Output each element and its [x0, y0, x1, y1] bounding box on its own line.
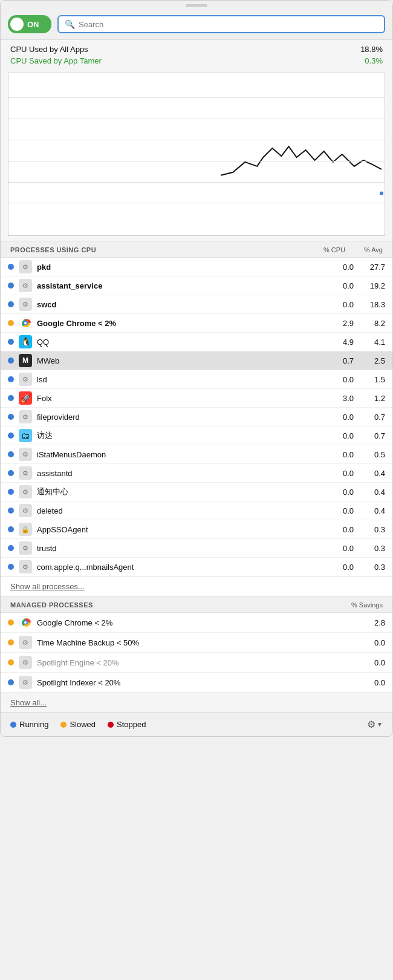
- cpu-value: 2.9: [327, 319, 354, 328]
- show-all-managed-link[interactable]: Show all...: [1, 693, 392, 712]
- cpu-value: 0.0: [327, 506, 354, 515]
- status-dot: [8, 283, 14, 289]
- process-name: deleted: [37, 506, 322, 515]
- app-icon: 🗂: [19, 429, 32, 442]
- cpu-value: 0.0: [327, 431, 354, 440]
- app-icon: ⚙: [19, 298, 32, 311]
- managed-name: Google Chrome < 2%: [37, 618, 354, 627]
- col-cpu-header: % CPU: [319, 246, 345, 253]
- cpu-value: 0.0: [327, 281, 354, 290]
- managed-name: Spotlight Indexer < 20%: [37, 678, 354, 687]
- savings-value: 0.0: [359, 658, 385, 667]
- process-name: QQ: [37, 338, 322, 347]
- app-icon: ⚙: [19, 410, 32, 423]
- status-dot: [8, 659, 14, 665]
- app-icon: 🐧: [19, 335, 32, 348]
- avg-value: 2.5: [359, 356, 385, 365]
- slowed-label: Slowed: [70, 720, 96, 729]
- managed-row[interactable]: ⚙ Time Machine Backup < 50% 0.0: [1, 633, 392, 653]
- cpu-used-value: 18.8%: [360, 45, 383, 54]
- process-name: 访达: [37, 430, 322, 441]
- managed-list: Google Chrome < 2% 2.8 ⚙ Time Machine Ba…: [1, 612, 392, 693]
- process-name: lsd: [37, 375, 322, 384]
- process-name: 通知中心: [37, 486, 322, 497]
- footer: Running Slowed Stopped ⚙ ▼: [1, 712, 392, 736]
- managed-col-savings: % Savings: [351, 601, 383, 609]
- managed-name: Time Machine Backup < 50%: [37, 638, 354, 647]
- managed-row[interactable]: Google Chrome < 2% 2.8: [1, 613, 392, 633]
- status-dot: [8, 508, 14, 514]
- process-row[interactable]: ⚙ iStatMenusDaemon 0.0 0.5: [1, 445, 392, 464]
- search-icon: 🔍: [65, 19, 75, 29]
- managed-name: Spotlight Engine < 20%: [37, 658, 354, 667]
- main-window: ON 🔍 CPU Used by All Apps 18.8% CPU Save…: [0, 0, 393, 737]
- cpu-value: 0.0: [327, 263, 354, 272]
- app-icon: 🚀: [19, 391, 32, 405]
- grid-line-6: [8, 203, 385, 203]
- cpu-used-label: CPU Used by All Apps: [10, 45, 88, 54]
- process-row[interactable]: ⚙ fileproviderd 0.0 0.7: [1, 408, 392, 426]
- process-row[interactable]: ⚙ deleted 0.0 0.4: [1, 501, 392, 520]
- cpu-value: 0.0: [327, 413, 354, 422]
- process-row[interactable]: ⚙ com.apple.q...mbnailsAgent 0.0 0.3: [1, 558, 392, 577]
- status-dot: [8, 433, 14, 439]
- avg-value: 19.2: [359, 281, 385, 290]
- app-icon: ⚙: [19, 485, 32, 498]
- avg-value: 4.1: [359, 338, 385, 347]
- managed-section: MANAGED PROCESSES % Savings Google Chrom…: [1, 596, 392, 712]
- process-row[interactable]: ⚙ assistant_service 0.0 19.2: [1, 276, 392, 295]
- process-row[interactable]: 🚀 Folx 3.0 1.2: [1, 389, 392, 408]
- avg-value: 27.7: [359, 263, 385, 272]
- gear-button[interactable]: ⚙ ▼: [367, 719, 383, 730]
- process-row[interactable]: ⚙ trustd 0.0 0.3: [1, 539, 392, 558]
- avg-value: 8.2: [359, 319, 385, 328]
- col-avg-header: % Avg: [356, 246, 383, 253]
- process-row[interactable]: M MWeb 0.7 2.5: [1, 351, 392, 370]
- svg-point-8: [24, 621, 27, 624]
- process-name: Google Chrome < 2%: [37, 319, 322, 328]
- avg-value: 1.2: [359, 394, 385, 403]
- app-icon: ⚙: [19, 541, 32, 555]
- process-name: iStatMenusDaemon: [37, 450, 322, 459]
- app-icon: ⚙: [19, 636, 32, 649]
- process-row[interactable]: ⚙ swcd 0.0 18.3: [1, 295, 392, 314]
- process-row[interactable]: 🐧 QQ 4.9 4.1: [1, 333, 392, 351]
- process-row[interactable]: Google Chrome < 2% 2.9 8.2: [1, 314, 392, 333]
- avg-value: 18.3: [359, 300, 385, 309]
- managed-title: MANAGED PROCESSES: [10, 601, 93, 609]
- managed-row[interactable]: ⚙ Spotlight Indexer < 20% 0.0: [1, 673, 392, 693]
- status-dot: [8, 619, 14, 626]
- process-row[interactable]: ⚙ lsd 0.0 1.5: [1, 370, 392, 389]
- managed-header: MANAGED PROCESSES % Savings: [1, 596, 392, 612]
- status-dot: [8, 489, 14, 495]
- process-row[interactable]: 🔒 AppSSOAgent 0.0 0.3: [1, 520, 392, 539]
- top-bar: ON 🔍: [1, 9, 392, 40]
- cpu-value: 0.0: [327, 450, 354, 459]
- status-dot: [8, 679, 14, 685]
- app-icon: ⚙: [19, 504, 32, 517]
- status-dot: [8, 301, 14, 307]
- cpu-graph: [8, 73, 385, 236]
- app-icon: ⚙: [19, 656, 32, 669]
- cpu-saved-label: CPU Saved by App Tamer: [10, 56, 102, 65]
- process-row[interactable]: ⚙ 通知中心 0.0 0.4: [1, 483, 392, 501]
- process-scroll[interactable]: ⚙ pkd 0.0 27.7 ⚙ assistant_service 0.0 1…: [1, 258, 392, 577]
- managed-row[interactable]: ⚙ Spotlight Engine < 20% 0.0: [1, 653, 392, 673]
- avg-value: 0.3: [359, 525, 385, 534]
- show-all-processes-link[interactable]: Show all processes...: [1, 577, 392, 596]
- status-dot: [8, 320, 14, 326]
- avg-value: 0.3: [359, 544, 385, 553]
- search-input[interactable]: [79, 20, 378, 29]
- processes-col-headers: % CPU % Avg: [319, 246, 383, 253]
- avg-value: 0.7: [359, 431, 385, 440]
- process-row[interactable]: ⚙ pkd 0.0 27.7: [1, 258, 392, 276]
- process-name: assistantd: [37, 469, 322, 478]
- process-row[interactable]: ⚙ assistantd 0.0 0.4: [1, 464, 392, 483]
- status-dot: [8, 376, 14, 382]
- savings-value: 0.0: [359, 678, 385, 687]
- process-row[interactable]: 🗂 访达 0.0 0.7: [1, 426, 392, 445]
- on-toggle[interactable]: ON: [8, 15, 51, 33]
- process-name: pkd: [37, 263, 322, 272]
- search-box: 🔍: [57, 15, 385, 33]
- grid-line-5: [8, 182, 385, 183]
